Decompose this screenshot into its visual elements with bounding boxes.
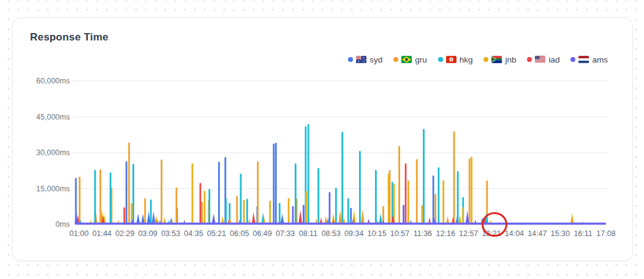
series-hkg: [80, 124, 488, 224]
baseline-band: [75, 223, 606, 225]
response-time-card: Response Time sydgruhkgjnbiadams 60,000m…: [12, 17, 633, 261]
chart-plot-area[interactable]: [13, 18, 632, 261]
series-gru: [78, 131, 599, 224]
series-iad: [76, 163, 581, 224]
